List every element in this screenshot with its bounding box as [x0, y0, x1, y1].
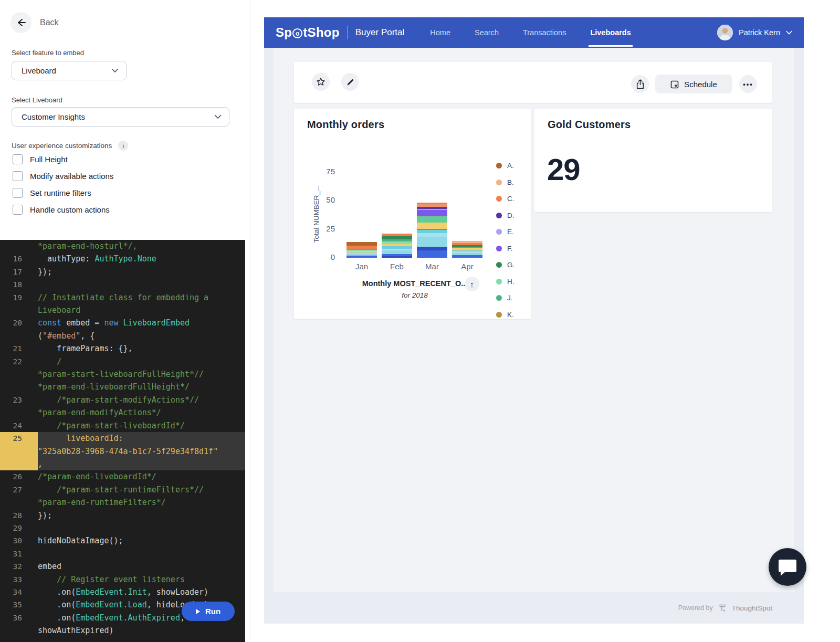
code-line: 26 /*param-end-liveboardId*/	[0, 470, 245, 483]
checkbox-label: Set runtime filters	[30, 188, 91, 197]
chat-icon	[779, 560, 796, 572]
chart-title: Monthly orders	[307, 119, 384, 131]
bar-segment[interactable]	[417, 250, 447, 258]
code-line: 34 .on(EmbedEvent.Init, showLoader)	[0, 586, 245, 598]
customization-checkbox[interactable]: Set runtime filters	[13, 188, 113, 198]
feature-select[interactable]: Liveboard	[12, 61, 127, 80]
gold-customers-card[interactable]: Gold Customers 29	[534, 109, 772, 212]
customization-checkbox[interactable]: Full Height	[13, 154, 113, 164]
legend-item[interactable]: F.	[496, 245, 514, 252]
playground-screen: Back Select feature to embed Liveboard S…	[0, 0, 840, 642]
user-menu[interactable]: Patrick Kern	[717, 25, 792, 40]
liveboard-select-label: Select Liveboard	[12, 96, 62, 104]
bar-segment[interactable]	[417, 233, 447, 237]
schedule-button[interactable]: Schedule	[655, 75, 732, 93]
liveboard-toolbar: Schedule •••	[294, 62, 772, 103]
liveboard-select-value: Customer Insights	[22, 112, 85, 121]
code-editor[interactable]: *param-end-hosturl*/, 16 authType: AuthT…	[0, 240, 245, 642]
bar-feb[interactable]	[382, 234, 412, 258]
more-options-button[interactable]: •••	[739, 75, 757, 93]
nav-tab-label: Transactions	[523, 28, 566, 37]
logo-text-post: tShop	[303, 25, 339, 40]
legend-item[interactable]: J.	[496, 294, 514, 302]
legend-item[interactable]: G.	[496, 261, 514, 269]
logo-text-pre: Sp	[276, 25, 292, 40]
bar-segment[interactable]	[417, 216, 447, 223]
code-line: 33 // Register event listeners	[0, 573, 245, 586]
kpi-value: 29	[547, 152, 580, 187]
bar-apr[interactable]	[452, 241, 482, 258]
line-number: 24	[0, 419, 38, 432]
drill-up-button[interactable]: ↑	[465, 277, 479, 291]
bar-segment[interactable]	[346, 256, 377, 258]
code-line: *param-end-liveboardFullHeight*/	[0, 381, 245, 393]
bar-segment[interactable]	[417, 210, 447, 216]
line-number: 25	[0, 432, 38, 445]
legend-label: E.	[507, 228, 514, 236]
line-number	[0, 458, 38, 470]
bar-segment[interactable]	[452, 255, 482, 258]
line-content: hideNoDataImage();	[38, 534, 245, 547]
line-content: ("#embed", {	[38, 330, 245, 342]
customization-checkbox[interactable]: Modify available actions	[13, 171, 113, 181]
checkbox-box[interactable]	[13, 171, 23, 181]
back-label[interactable]: Back	[40, 18, 59, 27]
line-number	[0, 445, 38, 458]
run-button[interactable]: Run	[182, 602, 235, 621]
legend-item[interactable]: E.	[496, 228, 514, 236]
checkbox-box[interactable]	[13, 154, 23, 164]
info-icon[interactable]: i	[118, 141, 128, 151]
legend-item[interactable]: H.	[496, 278, 514, 286]
legend-item[interactable]: A.	[496, 162, 514, 170]
y-tick: 50	[310, 195, 335, 204]
code-line: 18	[0, 278, 245, 291]
bar-segment[interactable]	[382, 256, 412, 258]
bar-segment[interactable]	[417, 223, 447, 229]
line-content: frameParams: {},	[38, 342, 245, 355]
spotshop-logo[interactable]: SpotShop	[276, 25, 340, 40]
line-number: 29	[0, 522, 38, 534]
legend-label: F.	[507, 245, 513, 252]
powered-by-label: Powered by	[678, 604, 713, 612]
favorite-button[interactable]	[312, 73, 330, 91]
legend-item[interactable]: B.	[496, 178, 514, 186]
line-number	[0, 330, 38, 342]
line-content: });	[38, 509, 245, 522]
bar-segment[interactable]	[382, 250, 412, 254]
bar-mar[interactable]	[417, 203, 447, 258]
customization-checkbox[interactable]: Handle custom actions	[13, 205, 113, 215]
bar-segment[interactable]	[346, 242, 377, 246]
y-axis-label: Total NUMBER_...	[312, 172, 320, 256]
schedule-label: Schedule	[684, 80, 717, 89]
edit-button[interactable]	[341, 73, 359, 91]
nav-tabs: HomeSearchTransactionsLiveboards	[418, 17, 643, 48]
checkbox-box[interactable]	[13, 205, 23, 215]
nav-tab-label: Home	[430, 28, 450, 37]
nav-tab-search[interactable]: Search	[463, 17, 511, 48]
bar-jan[interactable]	[346, 242, 377, 258]
share-button[interactable]	[631, 75, 649, 93]
legend-item[interactable]: D.	[496, 212, 514, 219]
back-button[interactable]	[10, 12, 32, 33]
code-line: 30 hideNoDataImage();	[0, 534, 245, 547]
arrow-left-icon	[16, 17, 26, 28]
liveboard-select[interactable]: Customer Insights	[12, 107, 229, 127]
nav-tab-home[interactable]: Home	[418, 17, 463, 48]
nav-tab-liveboards[interactable]: Liveboards	[578, 17, 643, 48]
monthly-orders-card[interactable]: Monthly orders Total NUMBER_... 0255075 …	[294, 109, 531, 319]
line-content: *param-end-liveboardFullHeight*/	[38, 381, 245, 393]
line-number	[0, 406, 38, 419]
code-line: 27 /*param-start-runtimeFilters*//	[0, 483, 245, 496]
checkbox-box[interactable]	[13, 188, 23, 198]
legend-item[interactable]: C.	[496, 195, 514, 203]
legend-label: B.	[507, 178, 514, 186]
line-content: *param-end-hosturl*/,	[38, 240, 245, 252]
line-content: // Instantiate class for embedding a	[38, 291, 245, 304]
bar-segment[interactable]	[417, 237, 447, 246]
back-row: Back	[10, 12, 59, 33]
legend-item[interactable]: K.	[496, 311, 514, 319]
chat-widget-button[interactable]	[769, 548, 806, 586]
nav-tab-transactions[interactable]: Transactions	[511, 17, 578, 48]
legend-label: G.	[507, 261, 514, 269]
line-number: 34	[0, 586, 38, 598]
